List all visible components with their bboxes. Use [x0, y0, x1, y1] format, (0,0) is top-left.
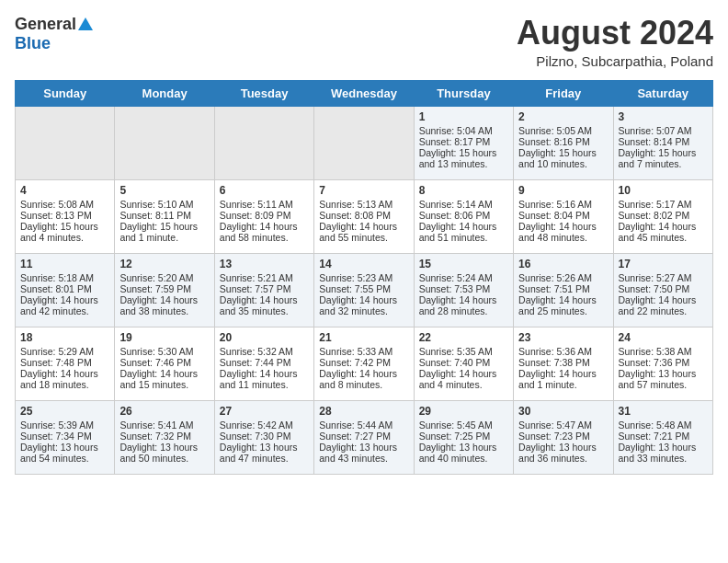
cell-content-line: Sunset: 8:17 PM: [419, 136, 508, 147]
day-number: 15: [419, 258, 508, 270]
day-number: 28: [319, 405, 408, 418]
cell-content-line: Sunset: 8:01 PM: [20, 283, 109, 294]
logo: General Blue: [15, 15, 93, 53]
cell-content-line: and 15 minutes.: [119, 379, 209, 390]
cell-content-line: Sunset: 7:48 PM: [20, 357, 109, 368]
day-number: 26: [119, 405, 209, 418]
calendar-cell: 11Sunrise: 5:18 AMSunset: 8:01 PMDayligh…: [16, 253, 115, 327]
cell-content-line: Daylight: 14 hours: [419, 368, 508, 379]
day-number: 1: [419, 110, 508, 123]
cell-content-line: and 28 minutes.: [419, 305, 508, 316]
cell-content-line: and 1 minute.: [518, 379, 608, 390]
cell-content-line: and 48 minutes.: [518, 232, 608, 243]
day-number: 10: [619, 184, 708, 197]
cell-content-line: Sunrise: 5:17 AM: [619, 199, 708, 210]
cell-content-line: Sunrise: 5:42 AM: [220, 419, 309, 431]
cell-content-line: Daylight: 13 hours: [419, 442, 508, 453]
cell-content-line: Sunset: 7:50 PM: [619, 283, 708, 294]
cell-content-line: Daylight: 14 hours: [20, 294, 109, 305]
day-of-week-header: Friday: [514, 80, 613, 106]
cell-content-line: Sunset: 8:08 PM: [319, 210, 408, 221]
cell-content-line: Sunset: 7:57 PM: [220, 283, 309, 294]
cell-content-line: Sunrise: 5:18 AM: [20, 272, 109, 283]
day-number: 21: [319, 331, 408, 344]
calendar-cell: 29Sunrise: 5:45 AMSunset: 7:25 PMDayligh…: [414, 400, 513, 474]
cell-content-line: Sunset: 7:51 PM: [518, 283, 608, 294]
calendar-cell: 2Sunrise: 5:05 AMSunset: 8:16 PMDaylight…: [514, 106, 613, 179]
cell-content-line: Daylight: 14 hours: [518, 294, 608, 305]
cell-content-line: Sunrise: 5:04 AM: [419, 125, 508, 136]
cell-content-line: Sunset: 7:30 PM: [220, 431, 309, 442]
cell-content-line: and 4 minutes.: [419, 379, 508, 390]
cell-content-line: Sunrise: 5:14 AM: [419, 199, 508, 210]
cell-content-line: and 54 minutes.: [20, 453, 109, 464]
month-year-title: August 2024: [517, 15, 713, 52]
calendar-cell: 9Sunrise: 5:16 AMSunset: 8:04 PMDaylight…: [514, 179, 613, 253]
cell-content-line: and 36 minutes.: [518, 453, 608, 464]
cell-content-line: Sunset: 8:04 PM: [518, 210, 608, 221]
cell-content-line: Daylight: 13 hours: [518, 442, 608, 453]
day-number: 11: [20, 258, 109, 270]
cell-content-line: Sunrise: 5:27 AM: [619, 272, 708, 283]
calendar-cell: [115, 106, 214, 179]
cell-content-line: and 45 minutes.: [619, 232, 708, 243]
cell-content-line: Daylight: 15 hours: [518, 147, 608, 158]
calendar-cell: 12Sunrise: 5:20 AMSunset: 7:59 PMDayligh…: [115, 253, 214, 327]
calendar-cell: 22Sunrise: 5:35 AMSunset: 7:40 PMDayligh…: [414, 327, 513, 400]
cell-content-line: Sunrise: 5:36 AM: [518, 346, 608, 357]
calendar-cell: 26Sunrise: 5:41 AMSunset: 7:32 PMDayligh…: [115, 400, 214, 474]
cell-content-line: Sunset: 7:23 PM: [518, 431, 608, 442]
day-number: 7: [319, 184, 408, 197]
day-number: 20: [220, 331, 309, 344]
cell-content-line: Daylight: 13 hours: [619, 368, 708, 379]
calendar-week-row: 18Sunrise: 5:29 AMSunset: 7:48 PMDayligh…: [16, 327, 713, 400]
cell-content-line: Daylight: 15 hours: [20, 221, 109, 232]
cell-content-line: and 50 minutes.: [119, 453, 209, 464]
calendar-cell: 6Sunrise: 5:11 AMSunset: 8:09 PMDaylight…: [214, 179, 313, 253]
cell-content-line: and 25 minutes.: [518, 305, 608, 316]
cell-content-line: and 38 minutes.: [119, 305, 209, 316]
calendar-cell: 18Sunrise: 5:29 AMSunset: 7:48 PMDayligh…: [16, 327, 115, 400]
day-number: 4: [20, 184, 109, 197]
cell-content-line: and 11 minutes.: [220, 379, 309, 390]
cell-content-line: Sunrise: 5:07 AM: [619, 125, 708, 136]
cell-content-line: Sunrise: 5:11 AM: [220, 199, 309, 210]
day-of-week-header: Tuesday: [214, 80, 313, 106]
cell-content-line: Sunset: 7:25 PM: [419, 431, 508, 442]
day-number: 17: [619, 258, 708, 270]
cell-content-line: and 32 minutes.: [319, 305, 408, 316]
day-number: 9: [518, 184, 608, 197]
day-number: 14: [319, 258, 408, 270]
cell-content-line: Daylight: 14 hours: [220, 368, 309, 379]
cell-content-line: Daylight: 13 hours: [619, 442, 708, 453]
cell-content-line: Daylight: 13 hours: [319, 442, 408, 453]
calendar-cell: 5Sunrise: 5:10 AMSunset: 8:11 PMDaylight…: [115, 179, 214, 253]
cell-content-line: Sunrise: 5:38 AM: [619, 346, 708, 357]
calendar-cell: [16, 106, 115, 179]
cell-content-line: Sunrise: 5:20 AM: [119, 272, 209, 283]
calendar-cell: 7Sunrise: 5:13 AMSunset: 8:08 PMDaylight…: [314, 179, 414, 253]
cell-content-line: Sunrise: 5:47 AM: [518, 419, 608, 431]
logo-blue-text: Blue: [15, 34, 51, 53]
calendar-week-row: 1Sunrise: 5:04 AMSunset: 8:17 PMDaylight…: [16, 106, 713, 179]
cell-content-line: Sunset: 7:27 PM: [319, 431, 408, 442]
day-of-week-header: Saturday: [613, 80, 712, 106]
cell-content-line: and 18 minutes.: [20, 379, 109, 390]
cell-content-line: Sunset: 8:13 PM: [20, 210, 109, 221]
calendar-cell: [314, 106, 414, 179]
day-number: 13: [220, 258, 309, 270]
calendar-cell: 24Sunrise: 5:38 AMSunset: 7:36 PMDayligh…: [613, 327, 712, 400]
cell-content-line: and 43 minutes.: [319, 453, 408, 464]
cell-content-line: Sunrise: 5:41 AM: [119, 419, 209, 431]
cell-content-line: Daylight: 14 hours: [518, 221, 608, 232]
cell-content-line: Sunset: 8:16 PM: [518, 136, 608, 147]
cell-content-line: Sunset: 7:34 PM: [20, 431, 109, 442]
calendar-cell: 10Sunrise: 5:17 AMSunset: 8:02 PMDayligh…: [613, 179, 712, 253]
cell-content-line: Daylight: 13 hours: [20, 442, 109, 453]
cell-content-line: Sunset: 7:36 PM: [619, 357, 708, 368]
calendar-week-row: 11Sunrise: 5:18 AMSunset: 8:01 PMDayligh…: [16, 253, 713, 327]
cell-content-line: Daylight: 15 hours: [419, 147, 508, 158]
cell-content-line: and 7 minutes.: [619, 158, 708, 169]
title-block: August 2024 Pilzno, Subcarpathia, Poland: [517, 15, 713, 69]
cell-content-line: Sunset: 7:40 PM: [419, 357, 508, 368]
